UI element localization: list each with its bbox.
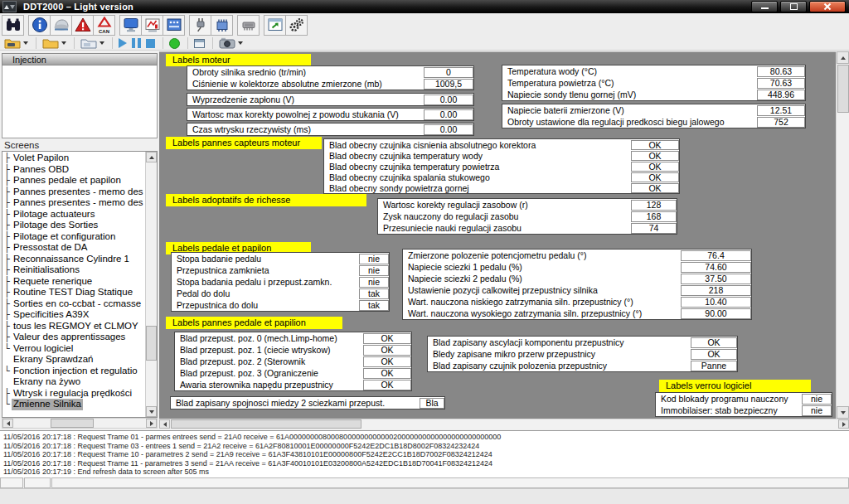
screens-scrollbar-horizontal[interactable]: [2, 418, 158, 429]
screens-list-item[interactable]: ├ Volet Papilon: [4, 153, 145, 164]
scroll-left-icon: [163, 422, 167, 427]
scroll-right-button[interactable]: [146, 419, 157, 428]
screens-list-item[interactable]: ├ Valeur des apprentissages: [4, 332, 145, 343]
injection-listbox[interactable]: [2, 65, 158, 138]
screens-list-item[interactable]: ├ Pannes presentes - memo des: [4, 187, 145, 198]
screens-list-item[interactable]: └ Verrou logiciel: [4, 343, 145, 355]
window-small-button[interactable]: [192, 37, 206, 50]
maximize-icon: [790, 3, 798, 10]
field-value: nie: [359, 277, 389, 288]
main-scrollbar-vertical[interactable]: [836, 51, 849, 419]
screens-list-item[interactable]: ├ Reinitialisations: [4, 264, 145, 276]
field-value: Bla: [420, 398, 444, 409]
screens-list[interactable]: ├ Volet Papilon ├ Pannes OBD ├ Pannes pe…: [2, 151, 158, 418]
monitor-graph-button[interactable]: [141, 15, 163, 36]
scroll-up-button[interactable]: [837, 51, 849, 64]
scrollbar-thumb[interactable]: [171, 419, 361, 429]
screens-list-item[interactable]: ├ Pilotage actuateurs: [4, 209, 145, 220]
folder-button[interactable]: [41, 37, 68, 50]
scroll-up-button[interactable]: [146, 152, 157, 162]
scroll-right-button[interactable]: [838, 419, 849, 429]
screens-item-label: tous les REGMOY et CLMOY: [12, 321, 140, 332]
screens-list-item[interactable]: ├ Pannes pedale et papilon: [4, 175, 145, 187]
can-warning-button[interactable]: CAN: [93, 15, 115, 36]
screens-list-item[interactable]: ├ Pressostat de DA: [4, 242, 145, 254]
screens-list-item[interactable]: ├ Wtrysk i regulacja prędkości: [4, 388, 145, 400]
monitor-button[interactable]: [119, 15, 142, 36]
screens-scrollbar-vertical[interactable]: [145, 152, 157, 417]
scrollbar-thumb[interactable]: [837, 65, 849, 113]
dropdown-arrow-icon: [238, 41, 243, 45]
close-button[interactable]: [809, 1, 846, 12]
tree-branch-icon: ├: [4, 309, 12, 321]
memory-chip-button[interactable]: [237, 15, 260, 36]
data-row: Ustawienie pozycji calkowitej przepustni…: [403, 284, 751, 296]
field-value: 128: [631, 200, 677, 211]
scroll-down-button[interactable]: [146, 406, 157, 417]
ecu-connector-button[interactable]: [211, 15, 233, 36]
screens-list-item[interactable]: └ Fonction injection et regulatio: [4, 366, 145, 377]
gears-button[interactable]: [285, 15, 308, 36]
scroll-left-icon: [7, 421, 10, 426]
screens-list-item[interactable]: ├ Pannes OBD: [4, 164, 145, 176]
scrollbar-thumb[interactable]: [146, 326, 157, 361]
window-export-button[interactable]: [264, 15, 286, 36]
connector-plug-button[interactable]: [189, 15, 211, 36]
screens-list-item[interactable]: ├ Requete renerique: [4, 276, 145, 288]
warning-button[interactable]: [71, 15, 94, 36]
stop-button[interactable]: [144, 37, 157, 50]
scroll-left-button[interactable]: [2, 419, 13, 428]
scrollbar-thumb[interactable]: [51, 419, 94, 428]
record-button[interactable]: [167, 37, 182, 50]
tree-branch-icon: ├: [4, 332, 12, 343]
screens-list-item[interactable]: ├ Sorties en co-ccbat - ccmasse: [4, 298, 145, 310]
screens-item-label: Reinitialisations: [12, 264, 81, 276]
vehicle-button[interactable]: [50, 15, 72, 36]
data-row: Wyprzedzenie zapłonu (V)0.00: [187, 94, 473, 105]
field-value: OK: [363, 368, 411, 379]
screens-list-item[interactable]: ├ Routine TEST Diag Statique: [4, 287, 145, 298]
screens-item-label: Routine TEST Diag Statique: [12, 287, 134, 298]
screens-items: ├ Volet Papilon ├ Pannes OBD ├ Pannes pe…: [4, 153, 145, 416]
screens-list-item[interactable]: ├ Pannes presentes - memo des: [4, 197, 145, 209]
screens-list-item[interactable]: Ekrany na żywo: [4, 376, 145, 388]
camera-button[interactable]: [217, 37, 245, 50]
screens-list-item[interactable]: └ Zmienne Silnika: [4, 399, 145, 410]
tree-branch-icon: [4, 354, 12, 366]
field-value: nie: [802, 394, 832, 405]
minimize-button[interactable]: [751, 1, 778, 12]
data-row: Awaria sterownika napędu przepustnicyOK: [175, 379, 411, 390]
folder-window-button[interactable]: [79, 37, 106, 50]
tree-branch-icon: ├: [4, 264, 12, 276]
screens-list-item[interactable]: ├ Reconnaissance Cylindre 1: [4, 254, 145, 265]
screens-list-item[interactable]: ├ Pilotage des Sorties: [4, 220, 145, 231]
screens-list-item[interactable]: ├ Specificities A39X: [4, 309, 145, 321]
field-value: 90.00: [681, 308, 751, 319]
binoculars-button[interactable]: [2, 15, 24, 36]
control-panel-button[interactable]: [163, 15, 185, 36]
maximize-button[interactable]: [780, 1, 807, 12]
scroll-up-icon: [841, 56, 846, 60]
scroll-left-button[interactable]: [159, 419, 170, 429]
field-label: Pedal do dolu: [172, 288, 359, 298]
tree-branch-icon: ├: [4, 231, 12, 243]
info-button[interactable]: [28, 15, 51, 36]
main-scrollbar-horizontal[interactable]: [159, 419, 849, 429]
field-label: Przepustnica do dolu: [172, 300, 359, 310]
field-value: tak: [359, 288, 389, 299]
field-label: Blad przepust. poz. 0 (mech.Limp-home): [175, 333, 363, 343]
field-label: Zmierzone polozenie potencjometru pedalu…: [403, 250, 681, 260]
tree-branch-icon: ├: [4, 254, 12, 265]
scroll-down-button[interactable]: [837, 406, 849, 419]
screens-item-label: Volet Papilon: [12, 153, 70, 164]
field-value: Panne: [691, 361, 737, 371]
screens-list-item[interactable]: ├ tous les REGMOY et CLMOY: [4, 321, 145, 332]
screens-list-item[interactable]: Ekrany Sprawdzań: [4, 354, 145, 366]
field-value: nie: [359, 265, 389, 276]
screens-list-item[interactable]: ├ Pilotage et configuration: [4, 231, 145, 243]
pause-button[interactable]: [130, 37, 143, 50]
open-folder-vehicle-button[interactable]: [2, 37, 30, 50]
tree-branch-icon: └: [4, 366, 12, 377]
play-button[interactable]: [117, 37, 129, 50]
screens-item-label: Verrou logiciel: [12, 343, 75, 355]
